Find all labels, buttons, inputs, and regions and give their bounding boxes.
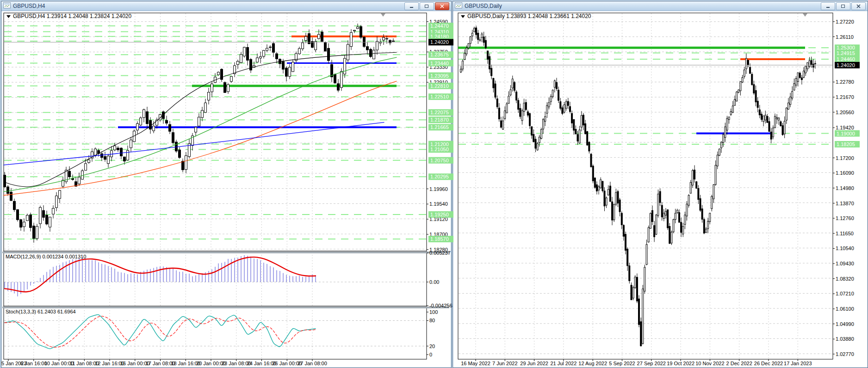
minimize-button[interactable]: [821, 2, 835, 10]
desktop: GBPUSD,H4 GBPUSD,Daily 1.245901.237501.2…: [0, 0, 868, 368]
window-title: GBPUSD,Daily: [465, 3, 502, 9]
titlebar-daily[interactable]: GBPUSD,Daily: [453, 1, 868, 11]
window-gbpusd-h4: GBPUSD,H4: [1, 1, 452, 368]
window-gbpusd-daily: GBPUSD,Daily: [453, 1, 868, 368]
chart-window-icon: [3, 2, 11, 10]
restore-button[interactable]: [836, 2, 850, 10]
minimize-button[interactable]: [404, 2, 419, 10]
chart-client-h4[interactable]: [2, 11, 450, 367]
titlebar-h4[interactable]: GBPUSD,H4: [1, 1, 451, 11]
restore-button[interactable]: [420, 2, 434, 10]
window-title: GBPUSD,H4: [13, 3, 45, 9]
close-button[interactable]: [435, 2, 449, 10]
chart-client-daily[interactable]: [454, 11, 867, 367]
close-button[interactable]: [851, 2, 866, 10]
chart-window-icon: [455, 2, 462, 10]
